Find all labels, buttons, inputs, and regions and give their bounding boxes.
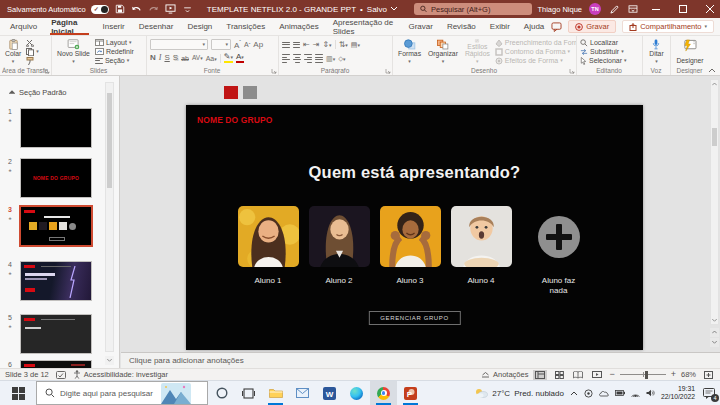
cortana-button[interactable] <box>208 381 235 405</box>
slide-thumbnail-5[interactable] <box>20 314 92 354</box>
tab-desenhar[interactable]: Desenhar <box>132 18 181 35</box>
change-case-button[interactable]: Aa▾ <box>206 55 217 62</box>
layout-button[interactable]: Layout▾ <box>95 38 134 47</box>
shape-outline-button[interactable]: Contorno da Forma▾ <box>495 47 577 56</box>
character-spacing-button[interactable]: AV▾ <box>192 55 203 62</box>
tab-exibir[interactable]: Exibir <box>483 18 517 35</box>
format-painter-button[interactable] <box>26 56 39 65</box>
dialog-launcher-icon[interactable] <box>569 68 575 74</box>
font-color-button[interactable]: A▾ <box>236 53 244 63</box>
dialog-launcher-icon[interactable] <box>385 68 391 74</box>
tab-ajuda[interactable]: Ajuda <box>517 18 551 35</box>
normal-view-button[interactable] <box>533 370 547 380</box>
weather-status[interactable]: 27°C Pred. nublado <box>475 388 564 398</box>
font-size-select[interactable]: ▾ <box>211 39 231 50</box>
office-search-input[interactable] <box>431 5 526 14</box>
student-photo-3[interactable] <box>380 206 441 267</box>
slide-thumbnail-2[interactable]: NOME DO GRUPO <box>20 158 92 198</box>
meet-now-icon[interactable] <box>584 389 593 398</box>
save-icon[interactable] <box>114 2 126 16</box>
scroll-up-icon[interactable] <box>711 80 718 88</box>
increase-indent-button[interactable]: ⇥ <box>313 41 320 49</box>
columns-button[interactable]: ▥▾ <box>326 55 335 62</box>
line-spacing-button[interactable]: ⇕▾ <box>322 41 331 49</box>
tab-gravar[interactable]: Gravar <box>401 18 439 35</box>
red-swatch-shape[interactable] <box>224 86 238 99</box>
shape-fill-button[interactable]: Preenchimento da Forma▾ <box>495 38 577 47</box>
onedrive-icon[interactable] <box>599 390 609 397</box>
redo-icon[interactable] <box>148 2 160 16</box>
cut-button[interactable] <box>26 38 39 47</box>
find-button[interactable]: Localizar <box>580 38 639 47</box>
zoom-slider[interactable] <box>620 374 666 375</box>
comments-icon[interactable] <box>551 22 562 32</box>
plus-circle-icon[interactable] <box>537 215 581 259</box>
slideshow-view-button[interactable] <box>590 370 604 380</box>
tab-animacoes[interactable]: Animações <box>272 18 326 35</box>
reading-view-button[interactable] <box>571 370 585 380</box>
previous-slide-button[interactable] <box>710 328 719 337</box>
tray-expand-icon[interactable] <box>570 391 578 396</box>
canvas-scrollbar-thumb[interactable] <box>712 128 717 146</box>
task-view-button[interactable] <box>235 381 262 405</box>
slide-thumbnail-6[interactable] <box>20 360 92 368</box>
student-photo-1[interactable] <box>238 206 299 267</box>
dictate-button[interactable]: Ditar▾ <box>647 38 665 65</box>
align-left-button[interactable] <box>282 54 290 63</box>
font-name-select[interactable]: ▾ <box>150 39 208 50</box>
start-button[interactable] <box>0 381 36 405</box>
powerpoint-button[interactable]: P <box>397 381 424 405</box>
manage-group-button[interactable]: GERENCIAR GRUPO <box>368 311 460 325</box>
fit-slide-button[interactable] <box>701 370 715 380</box>
shapes-button[interactable]: Formas▾ <box>396 38 423 65</box>
section-header[interactable]: Seção Padrão <box>9 88 67 97</box>
shape-effects-button[interactable]: Efeitos de Forma▾ <box>495 56 577 65</box>
share-button[interactable]: Compartilhamento ▾ <box>622 20 714 33</box>
office-search-box[interactable] <box>414 3 533 15</box>
editing-canvas[interactable]: NOME DO GRUPO Quem está apresentando? Al… <box>121 76 720 368</box>
word-button[interactable]: W <box>316 381 343 405</box>
numbering-button[interactable] <box>293 42 300 48</box>
smartart-button[interactable]: ⬦▾ <box>338 55 345 62</box>
maximize-button[interactable] <box>673 0 693 18</box>
taskbar-search-box[interactable] <box>36 381 208 405</box>
arrange-button[interactable]: Organizar▾ <box>426 38 460 65</box>
edge-button[interactable] <box>343 381 370 405</box>
justify-button[interactable] <box>315 54 323 63</box>
align-center-button[interactable] <box>293 54 301 63</box>
highlight-color-button[interactable]: ✎▾ <box>224 53 233 63</box>
slide-thumbnail-1[interactable] <box>20 108 92 148</box>
file-explorer-button[interactable] <box>262 381 289 405</box>
user-avatar[interactable]: TN <box>589 3 601 15</box>
ribbon-display-options-icon[interactable] <box>627 2 639 16</box>
search-highlight-art[interactable] <box>161 383 191 404</box>
notes-toggle-button[interactable]: Anotações <box>481 370 528 379</box>
copy-button[interactable]: ▾ <box>26 47 39 56</box>
slide-title[interactable]: Quem está apresentando? <box>186 163 643 182</box>
slide-thumbnail-3-selected[interactable] <box>19 205 93 247</box>
customize-qat-icon[interactable] <box>182 2 194 16</box>
student-profile[interactable]: Aluno 1 <box>238 206 299 295</box>
tab-arquivo[interactable]: Arquivo <box>3 18 44 35</box>
undo-icon[interactable] <box>131 2 143 16</box>
battery-icon[interactable] <box>615 390 625 396</box>
volume-icon[interactable] <box>646 389 655 397</box>
record-button[interactable]: Gravar <box>568 20 616 33</box>
slide-editing-area[interactable]: NOME DO GRUPO Quem está apresentando? Al… <box>186 105 643 350</box>
underline-button[interactable]: S <box>164 54 169 62</box>
align-text-button[interactable]: ▤▾ <box>351 41 360 48</box>
bold-button[interactable]: N <box>150 54 156 62</box>
collapse-ribbon-icon[interactable] <box>708 68 716 73</box>
notes-placeholder[interactable]: Clique para adicionar anotações <box>129 356 244 365</box>
tab-pagina-inicial[interactable]: Página Inicial <box>44 18 95 35</box>
zoom-level[interactable]: 68% <box>681 370 696 379</box>
zoom-in-button[interactable]: + <box>671 370 676 379</box>
taskbar-clock[interactable]: 19:31 22/10/2022 <box>661 385 695 401</box>
quick-styles-button[interactable]: Estilos Rápidos▾ <box>463 38 492 65</box>
tab-inserir[interactable]: Inserir <box>95 18 131 35</box>
grow-font-button[interactable]: Aˆ <box>234 40 241 50</box>
panel-scroll-down-icon[interactable] <box>105 356 114 365</box>
group-name-logo[interactable]: NOME DO GRUPO <box>197 114 272 126</box>
dialog-launcher-icon[interactable] <box>271 68 277 74</box>
clear-formatting-button[interactable]: Ap <box>253 41 263 49</box>
